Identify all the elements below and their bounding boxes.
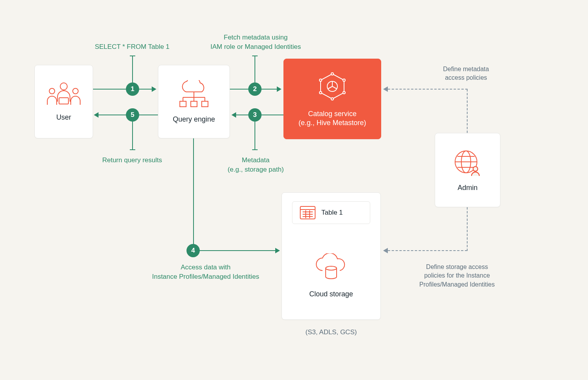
conn-2-h [252, 56, 258, 56]
cloud-storage-sub: (S3, ADLS, GCS) [281, 328, 381, 336]
admin-icon [453, 149, 482, 178]
annotation-4: Access data with Instance Profiles/Manag… [135, 263, 276, 281]
arrow-1-line [93, 89, 153, 90]
admin-meta-head [383, 86, 388, 92]
cloud-db-icon [312, 253, 350, 283]
cloud-storage-label: Cloud storage [309, 290, 353, 298]
admin-storage-l3: Profiles/Managed Identities [419, 281, 495, 288]
catalog-box: Catalog service (e.g., Hive Metastore) [283, 59, 381, 139]
table-icon [299, 206, 316, 220]
svg-rect-10 [191, 101, 197, 107]
admin-meta-h [388, 89, 468, 90]
admin-meta-v [467, 89, 468, 133]
conn-1-h [130, 56, 135, 56]
admin-storage-head [383, 248, 388, 253]
annotation-3-l1: Metadata [242, 156, 270, 164]
arrow-2-head [277, 86, 281, 92]
admin-box: Admin [435, 133, 500, 207]
conn-1-v [132, 56, 133, 83]
conn-5-v [132, 121, 133, 150]
users-icon [45, 82, 82, 108]
svg-point-3 [73, 88, 78, 94]
arrow-5-head [94, 112, 99, 118]
svg-rect-11 [202, 101, 208, 107]
arrow-4-v [193, 138, 194, 251]
admin-storage-h [388, 250, 467, 251]
conn-2-v [255, 56, 255, 83]
conn-5-h [130, 149, 135, 150]
svg-point-18 [319, 79, 322, 81]
annotation-4-l2: Instance Profiles/Managed Identities [152, 273, 259, 280]
annotation-3: Metadata (e.g., storage path) [217, 156, 294, 174]
user-box: User [34, 65, 93, 138]
svg-rect-20 [300, 206, 315, 219]
admin-storage-note: Define storage access policies for the I… [408, 263, 506, 289]
badge-4: 4 [186, 244, 200, 257]
admin-meta-l1: Define metadata [443, 66, 489, 72]
admin-storage-l1: Define storage access [426, 263, 488, 270]
badge-2: 2 [248, 82, 262, 96]
conn-3-h [252, 149, 258, 150]
catalog-label-1: Catalog service [308, 110, 357, 118]
query-engine-label: Query engine [173, 115, 215, 124]
badge-1: 1 [126, 82, 139, 96]
arrow-4-head [275, 248, 280, 253]
annotation-2-l2: IAM role or Managed Identities [210, 43, 301, 50]
svg-point-13 [331, 73, 333, 75]
annotation-3-l2: (e.g., storage path) [228, 166, 284, 173]
query-engine-box: Query engine [158, 65, 230, 138]
svg-point-27 [326, 266, 337, 270]
table-box: Table 1 [292, 201, 370, 224]
svg-point-0 [60, 83, 67, 90]
table-label: Table 1 [321, 209, 343, 217]
admin-storage-l2: policies for the Instance [424, 272, 490, 279]
annotation-2: Fetch metadata using IAM role or Managed… [195, 33, 316, 52]
cloud-storage-box: Table 1 Cloud storage [281, 192, 381, 320]
admin-meta-note: Define metadata access policies [423, 65, 509, 82]
svg-point-14 [343, 79, 345, 81]
arrow-1-head [152, 86, 156, 92]
admin-label: Admin [457, 184, 477, 192]
badge-3: 3 [248, 108, 262, 122]
svg-rect-1 [59, 98, 68, 104]
admin-storage-v [467, 207, 468, 251]
arrow-4-h [193, 250, 276, 251]
conn-3-v [255, 121, 255, 150]
cloud-tree-icon [174, 80, 213, 110]
annotation-5: Return query results [94, 156, 170, 165]
badge-5: 5 [126, 108, 139, 122]
svg-point-17 [319, 91, 322, 94]
user-label: User [56, 113, 71, 122]
catalog-icon [316, 71, 349, 104]
annotation-1: SELECT * FROM Table 1 [93, 42, 171, 52]
svg-point-2 [49, 88, 55, 94]
catalog-label-2: (e.g., Hive Metastore) [298, 119, 366, 127]
svg-point-16 [331, 98, 333, 100]
svg-rect-9 [180, 101, 186, 107]
arrow-3-head [231, 112, 236, 118]
annotation-2-l1: Fetch metadata using [224, 34, 287, 41]
svg-point-15 [343, 91, 345, 94]
admin-meta-l2: access policies [445, 74, 487, 81]
annotation-4-l1: Access data with [181, 263, 231, 271]
